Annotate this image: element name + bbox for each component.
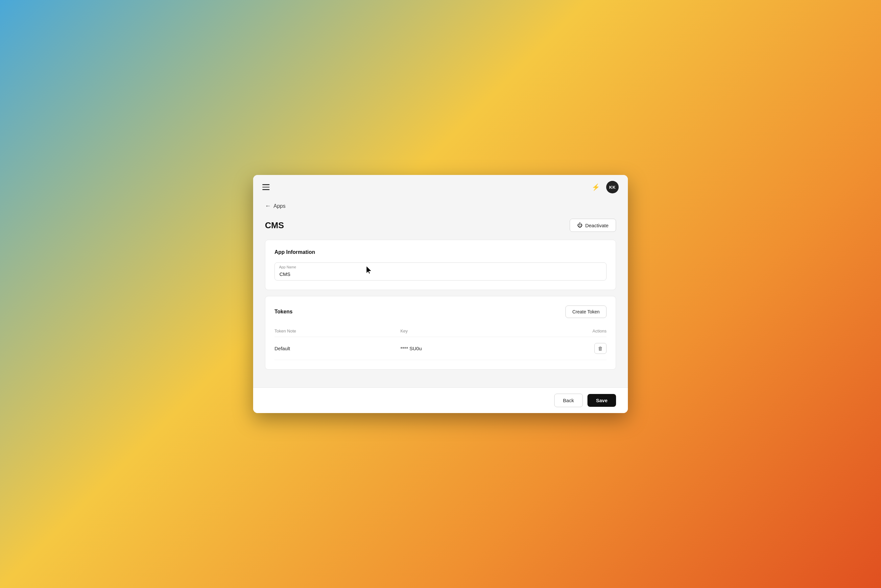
app-info-title: App Information <box>274 249 315 255</box>
tokens-table: Token Note Key Actions Default**** SU0u🗑 <box>274 325 607 360</box>
back-button[interactable]: Back <box>554 394 583 407</box>
delete-token-button[interactable]: 🗑 <box>594 343 607 354</box>
deactivate-button[interactable]: ⏻ Deactivate <box>570 219 616 232</box>
app-name-input[interactable] <box>274 262 607 280</box>
token-actions-cell: 🗑 <box>525 337 607 360</box>
breadcrumb-apps-label: Apps <box>274 203 285 209</box>
tokens-header: Tokens Create Token <box>274 306 607 318</box>
topbar-right: ⚡ KK <box>590 181 619 194</box>
tokens-title: Tokens <box>274 309 292 315</box>
token-note-cell: Default <box>274 337 400 360</box>
footer-bar: Back Save <box>253 387 628 413</box>
create-token-button[interactable]: Create Token <box>565 306 607 318</box>
save-button[interactable]: Save <box>587 394 616 407</box>
topbar: ⚡ KK <box>253 175 628 199</box>
topbar-left <box>262 184 270 190</box>
avatar[interactable]: KK <box>606 181 619 194</box>
col-key: Key <box>400 325 525 337</box>
tokens-card: Tokens Create Token Token Note Key Actio… <box>265 296 616 370</box>
back-nav[interactable]: ← Apps <box>265 202 616 210</box>
bolt-icon[interactable]: ⚡ <box>590 182 601 192</box>
power-icon: ⏻ <box>577 222 583 228</box>
app-name-field-group: App Name <box>274 262 607 280</box>
deactivate-label: Deactivate <box>585 223 608 228</box>
token-key-cell: **** SU0u <box>400 337 525 360</box>
page-header: CMS ⏻ Deactivate <box>265 219 616 232</box>
table-row: Default**** SU0u🗑 <box>274 337 607 360</box>
main-content: ← Apps CMS ⏻ Deactivate App Information … <box>253 199 628 387</box>
col-actions: Actions <box>525 325 607 337</box>
tokens-table-header-row: Token Note Key Actions <box>274 325 607 337</box>
app-info-card: App Information App Name <box>265 240 616 290</box>
hamburger-icon[interactable] <box>262 184 270 190</box>
back-arrow-icon: ← <box>265 202 271 210</box>
page-title: CMS <box>265 220 284 231</box>
app-info-header: App Information <box>274 249 607 255</box>
col-token-note: Token Note <box>274 325 400 337</box>
